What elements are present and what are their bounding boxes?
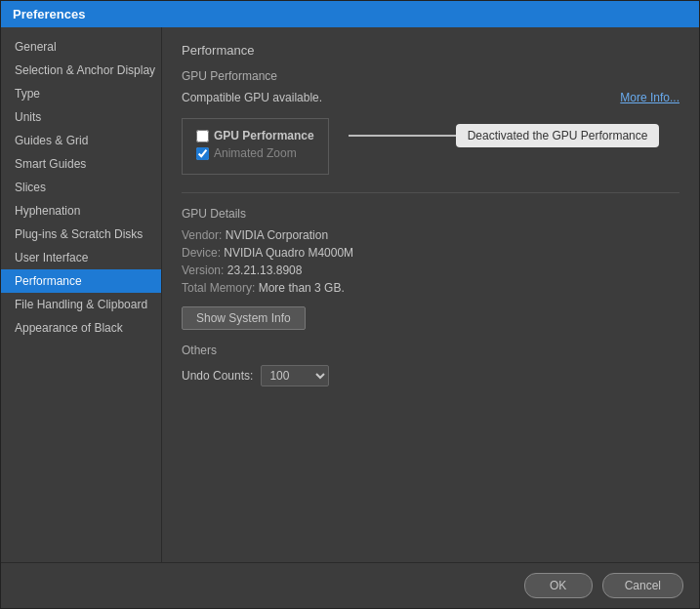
vendor-row: Vendor: NVIDIA Corporation bbox=[182, 228, 679, 242]
annotation-bubble: Deactivated the GPU Performance bbox=[456, 124, 660, 147]
animated-zoom-checkbox-row: Animated Zoom bbox=[196, 146, 314, 160]
sidebar-item-performance[interactable]: Performance bbox=[1, 269, 161, 293]
sidebar-item-general[interactable]: General bbox=[1, 35, 161, 59]
main-content: Performance GPU Performance Compatible G… bbox=[162, 27, 699, 562]
title-bar: Preferences bbox=[1, 1, 699, 27]
annotation-wrapper: Deactivated the GPU Performance bbox=[349, 124, 660, 147]
gpu-details-section: GPU Details Vendor: NVIDIA Corporation D… bbox=[182, 207, 679, 330]
sidebar-item-selection-anchor[interactable]: Selection & Anchor Display bbox=[1, 59, 161, 82]
gpu-performance-checkbox-row: GPU Performance bbox=[196, 129, 314, 142]
sidebar-item-user-interface[interactable]: User Interface bbox=[1, 246, 161, 269]
gpu-performance-title: GPU Performance bbox=[182, 69, 679, 83]
annotation-line bbox=[349, 135, 456, 137]
vendor-value: NVIDIA Corporation bbox=[226, 228, 328, 242]
sidebar-item-type[interactable]: Type bbox=[1, 82, 161, 105]
sidebar-item-appearance-black[interactable]: Appearance of Black bbox=[1, 316, 161, 340]
sidebar-item-units[interactable]: Units bbox=[1, 105, 161, 129]
memory-row: Total Memory: More than 3 GB. bbox=[182, 281, 679, 295]
dialog-footer: OK Cancel bbox=[1, 562, 699, 608]
gpu-details-title: GPU Details bbox=[182, 207, 679, 221]
sidebar-item-plugins[interactable]: Plug-ins & Scratch Disks bbox=[1, 223, 161, 246]
undo-row: Undo Counts: 100 20 50 200 bbox=[182, 365, 679, 386]
sidebar: GeneralSelection & Anchor DisplayTypeUni… bbox=[1, 27, 162, 562]
section-title: Performance bbox=[182, 43, 679, 58]
others-section: Others Undo Counts: 100 20 50 200 bbox=[182, 344, 679, 386]
preferences-dialog: Preferences GeneralSelection & Anchor Di… bbox=[0, 0, 700, 609]
device-label: Device: bbox=[182, 246, 221, 260]
gpu-performance-checkbox[interactable] bbox=[196, 130, 209, 142]
sidebar-item-slices[interactable]: Slices bbox=[1, 176, 161, 199]
more-info-link[interactable]: More Info... bbox=[620, 91, 679, 104]
gpu-performance-label: GPU Performance bbox=[214, 129, 314, 142]
sidebar-item-file-handling[interactable]: File Handling & Clipboard bbox=[1, 293, 161, 316]
device-row: Device: NVIDIA Quadro M4000M bbox=[182, 246, 679, 260]
gpu-top-row: Compatible GPU available. More Info... bbox=[182, 91, 679, 112]
animated-zoom-checkbox[interactable] bbox=[196, 147, 209, 160]
sidebar-item-hyphenation[interactable]: Hyphenation bbox=[1, 199, 161, 223]
compatible-text: Compatible GPU available. bbox=[182, 91, 322, 104]
sidebar-item-guides-grid[interactable]: Guides & Grid bbox=[1, 129, 161, 152]
dialog-body: GeneralSelection & Anchor DisplayTypeUni… bbox=[1, 27, 699, 562]
memory-value: More than 3 GB. bbox=[259, 281, 345, 295]
sidebar-item-smart-guides[interactable]: Smart Guides bbox=[1, 152, 161, 176]
undo-label: Undo Counts: bbox=[182, 369, 253, 383]
device-value: NVIDIA Quadro M4000M bbox=[224, 246, 353, 260]
cancel-button[interactable]: Cancel bbox=[602, 573, 683, 598]
gpu-checkbox-area: GPU Performance Animated Zoom Deactivate… bbox=[182, 118, 679, 179]
undo-select[interactable]: 100 20 50 200 bbox=[261, 365, 329, 386]
ok-button[interactable]: OK bbox=[524, 573, 593, 598]
show-system-info-button[interactable]: Show System Info bbox=[182, 306, 306, 330]
version-value: 23.21.13.8908 bbox=[227, 264, 303, 277]
version-row: Version: 23.21.13.8908 bbox=[182, 264, 679, 277]
animated-zoom-label: Animated Zoom bbox=[214, 146, 297, 160]
vendor-label: Vendor: bbox=[182, 228, 222, 242]
dialog-title: Preferences bbox=[13, 7, 85, 21]
others-title: Others bbox=[182, 344, 679, 357]
gpu-box: GPU Performance Animated Zoom bbox=[182, 118, 329, 175]
version-label: Version: bbox=[182, 264, 224, 277]
memory-label: Total Memory: bbox=[182, 281, 255, 295]
divider-1 bbox=[182, 192, 679, 193]
